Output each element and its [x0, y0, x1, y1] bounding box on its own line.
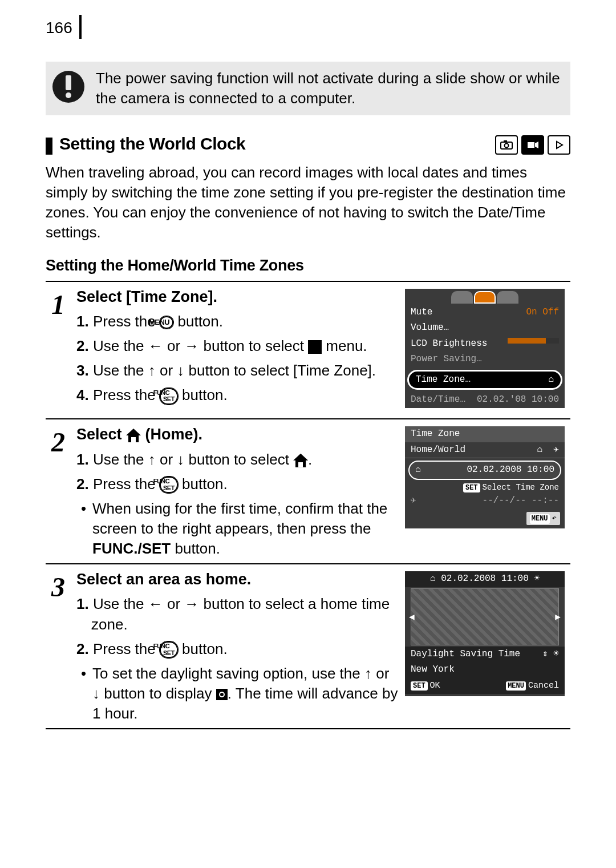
step2-note: When using for the first time, confirm t…	[76, 499, 565, 559]
lcd-power-saving: Power Saving…	[411, 353, 482, 366]
home-icon: ⌂	[430, 573, 436, 586]
funcset-button-icon: FUNCSET	[160, 388, 178, 405]
playback-mode-icon	[548, 135, 570, 155]
lcd-onoff: On Off	[526, 306, 559, 319]
warning-box: The power saving function will not activ…	[46, 62, 570, 115]
step-number-3: 3	[46, 564, 71, 729]
home-icon	[293, 454, 308, 467]
lcd-screenshot-1: MuteOn Off Volume… LCD Brightness Power …	[405, 289, 565, 409]
svg-marker-4	[535, 142, 538, 148]
mode-icons-group	[495, 135, 570, 155]
lcd2-select-hint: SETSelect Time Zone	[405, 482, 565, 493]
lcd2-home-row-highlight: ⌂ 02.02.2008 10:00	[408, 461, 561, 480]
sun-icon	[216, 689, 228, 700]
lcd-datetime-value: 02.02.'08 10:00	[477, 394, 559, 406]
camera-mode-icon	[495, 135, 518, 155]
subheading: Setting the Home/World Time Zones	[46, 255, 570, 276]
menu-button-icon: MENU	[160, 316, 173, 329]
svg-marker-5	[557, 142, 562, 148]
lcd2-title: Time Zone	[405, 426, 565, 442]
lcd-brightness-label: LCD Brightness	[411, 338, 487, 350]
lcd2-home-world: Home/World	[411, 444, 465, 457]
lcd-tab-setup-icon	[474, 291, 496, 304]
svg-rect-2	[504, 140, 507, 143]
home-icon: ⌂	[548, 374, 554, 386]
sun-icon: ☀	[534, 573, 540, 586]
step-body-1: MuteOn Off Volume… LCD Brightness Power …	[71, 281, 570, 419]
funcset-button-icon: FUNCSET	[160, 641, 178, 658]
step-number-1: 1	[46, 281, 71, 419]
dst-toggle-icon: ⇕ ☀	[542, 648, 559, 661]
airplane-icon: ⌂ ✈	[537, 444, 559, 457]
step-row-2: 2 Time Zone Home/World⌂ ✈ ⌂ 02.02.2008 1…	[46, 419, 570, 564]
steps-table: 1 MuteOn Off Volume… LCD Brightness Powe…	[46, 281, 570, 729]
funcset-button-icon: FUNCSET	[160, 477, 178, 493]
warning-icon	[52, 71, 84, 103]
section-marker	[46, 138, 52, 155]
step-body-3: ⌂ 02.02.2008 11:00 ☀ ◀▶ Daylight Saving …	[71, 564, 570, 729]
step3-note: To set the daylight saving option, use t…	[76, 664, 565, 724]
lcd-time-zone-highlight: Time Zone…⌂	[407, 370, 562, 390]
lcd-mute: Mute	[411, 306, 432, 319]
page-divider	[79, 15, 82, 39]
lcd-brightness-bar	[508, 338, 559, 344]
lcd-tab-tools-icon	[497, 291, 518, 304]
lcd-volume: Volume…	[411, 322, 449, 334]
lcd3-date: 02.02.2008 11:00	[441, 573, 529, 586]
intro-paragraph: When traveling abroad, you can record im…	[46, 163, 570, 243]
movie-mode-icon	[521, 135, 544, 155]
step-body-2: Time Zone Home/World⌂ ✈ ⌂ 02.02.2008 10:…	[71, 419, 570, 564]
home-icon: ⌂	[415, 464, 421, 477]
setup-tab-icon	[308, 340, 322, 354]
section-header: Setting the World Clock	[46, 132, 570, 156]
lcd3-dst-label: Daylight Saving Time	[411, 648, 520, 661]
lcd-datetime-label: Date/Time…	[411, 394, 465, 406]
world-map-icon: ◀▶	[411, 588, 559, 645]
step-row-1: 1 MuteOn Off Volume… LCD Brightness Powe…	[46, 281, 570, 419]
lcd-tab-camera-icon	[451, 291, 473, 304]
svg-point-1	[505, 143, 509, 147]
page-header: 166	[46, 17, 570, 39]
warning-text: The power saving function will not activ…	[96, 68, 561, 108]
home-icon	[126, 429, 141, 442]
step-number-2: 2	[46, 419, 71, 564]
page-number: 166	[46, 17, 79, 39]
step-row-3: 3 ⌂ 02.02.2008 11:00 ☀ ◀▶ Daylight Savin…	[46, 564, 570, 729]
lcd-tz-label: Time Zone…	[416, 374, 471, 386]
section-title: Setting the World Clock	[59, 132, 245, 156]
svg-rect-3	[528, 142, 534, 148]
lcd2-home-date: 02.02.2008 10:00	[467, 464, 554, 477]
